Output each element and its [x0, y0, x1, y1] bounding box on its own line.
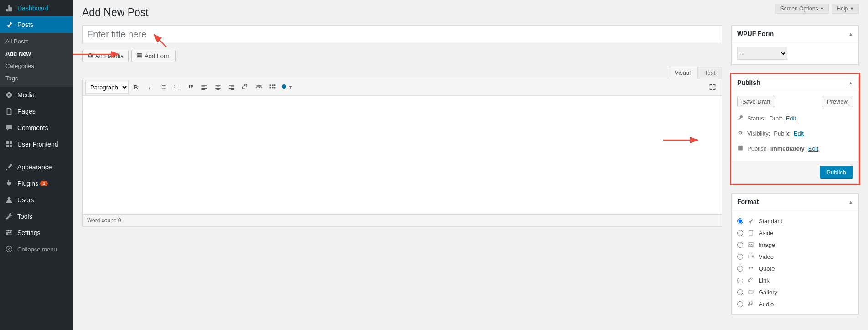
- bold-button[interactable]: B: [129, 81, 142, 94]
- postbox-title: WPUF Form: [737, 30, 774, 37]
- sidebar-item-pages[interactable]: Pages: [0, 103, 73, 120]
- blockquote-button[interactable]: [184, 81, 197, 94]
- postbox-format: Format ▲ Standard Aside: [731, 193, 859, 315]
- format-radio[interactable]: [737, 218, 743, 224]
- format-label: Aside: [759, 230, 774, 236]
- chevron-up-icon: ▲: [848, 199, 853, 204]
- format-radio[interactable]: [737, 242, 743, 248]
- submenu-categories[interactable]: Categories: [0, 60, 73, 72]
- format-label: Video: [759, 253, 774, 260]
- italic-button[interactable]: I: [143, 81, 156, 94]
- publish-time-label: Publish: [747, 145, 767, 152]
- format-radio[interactable]: [737, 301, 743, 307]
- tab-text[interactable]: Text: [698, 67, 722, 79]
- visibility-value: Public: [774, 130, 790, 137]
- pin-icon: [5, 20, 14, 29]
- sidebar-item-tools[interactable]: Tools: [0, 208, 73, 225]
- link-button[interactable]: [239, 81, 252, 94]
- format-option-image[interactable]: Image: [737, 239, 853, 251]
- brush-icon: [5, 162, 14, 172]
- postbox-header[interactable]: Format ▲: [732, 194, 858, 210]
- submenu-add-new[interactable]: Add New: [0, 47, 73, 60]
- svg-rect-4: [270, 87, 271, 88]
- collapse-menu[interactable]: Collapse menu: [0, 241, 73, 257]
- publish-time-edit-link[interactable]: Edit: [808, 145, 818, 152]
- editor-content[interactable]: [82, 96, 722, 215]
- sidebar-item-label: Dashboard: [17, 5, 49, 12]
- image-icon: [747, 241, 755, 249]
- pin-icon: [747, 217, 755, 225]
- wrench-icon: [5, 212, 14, 221]
- sidebar-item-label: Posts: [17, 21, 33, 28]
- add-media-button[interactable]: Add Media: [82, 50, 129, 62]
- svg-rect-3: [274, 84, 275, 86]
- sidebar-item-comments[interactable]: Comments: [0, 120, 73, 136]
- insert-more-button[interactable]: [253, 81, 265, 94]
- page-icon: [5, 107, 14, 116]
- format-select[interactable]: Paragraph: [85, 81, 129, 94]
- number-list-button[interactable]: [170, 81, 183, 94]
- publish-button[interactable]: Publish: [820, 166, 853, 179]
- document-icon: [747, 229, 755, 237]
- postbox-title: Publish: [737, 79, 760, 86]
- svg-rect-1: [270, 84, 271, 86]
- format-option-gallery[interactable]: Gallery: [737, 286, 853, 298]
- wpuf-form-select[interactable]: --: [737, 47, 787, 60]
- publish-time-value: immediately: [770, 145, 805, 152]
- bullet-list-button[interactable]: [157, 81, 170, 94]
- tab-visual[interactable]: Visual: [668, 67, 698, 79]
- sidebar-item-appearance[interactable]: Appearance: [0, 159, 73, 175]
- status-edit-link[interactable]: Edit: [786, 115, 796, 122]
- screen-options-button[interactable]: Screen Options ▼: [775, 4, 829, 14]
- align-right-button[interactable]: [225, 81, 238, 94]
- format-radio[interactable]: [737, 254, 743, 260]
- sidebar-item-media[interactable]: Media: [0, 87, 73, 103]
- format-option-video[interactable]: Video: [737, 251, 853, 262]
- collapse-label: Collapse menu: [17, 246, 57, 253]
- postbox-header[interactable]: Publish ▲: [732, 74, 858, 91]
- sidebar-item-posts[interactable]: Posts: [0, 16, 73, 33]
- align-center-button[interactable]: [212, 81, 224, 94]
- format-option-quote[interactable]: Quote: [737, 262, 853, 274]
- help-button[interactable]: Help ▼: [832, 4, 859, 14]
- format-radio[interactable]: [737, 230, 743, 236]
- format-radio[interactable]: [737, 266, 743, 272]
- quote-icon: [747, 264, 755, 272]
- postbox-title: Format: [737, 198, 759, 205]
- format-option-standard[interactable]: Standard: [737, 215, 853, 227]
- word-count: Word count: 0: [87, 217, 121, 224]
- submenu-all-posts[interactable]: All Posts: [0, 35, 73, 47]
- svg-rect-7: [749, 230, 753, 235]
- eye-icon: [737, 130, 744, 137]
- preview-button[interactable]: Preview: [822, 96, 853, 107]
- plugin-icon: [5, 179, 14, 188]
- sidebar-item-label: Users: [17, 196, 34, 204]
- format-radio[interactable]: [737, 278, 743, 283]
- sidebar-item-users[interactable]: Users: [0, 192, 73, 208]
- post-title-input[interactable]: [82, 25, 722, 43]
- sidebar-item-label: Appearance: [17, 163, 52, 171]
- sidebar-item-dashboard[interactable]: Dashboard: [0, 0, 73, 16]
- format-radio[interactable]: [737, 289, 743, 295]
- distraction-free-button[interactable]: ▼: [280, 81, 293, 94]
- user-frontend-icon: [5, 140, 14, 149]
- sidebar-item-settings[interactable]: Settings: [0, 225, 73, 241]
- add-form-button[interactable]: Add Form: [131, 50, 176, 62]
- toolbar-toggle-button[interactable]: [266, 81, 279, 94]
- fullscreen-button[interactable]: [706, 81, 719, 94]
- chevron-up-icon: ▲: [848, 31, 853, 37]
- submenu-tags[interactable]: Tags: [0, 72, 73, 84]
- sidebar-item-label: Comments: [17, 124, 48, 131]
- align-left-button[interactable]: [198, 81, 211, 94]
- sidebar-item-label: Plugins: [17, 180, 38, 187]
- visibility-edit-link[interactable]: Edit: [794, 130, 804, 137]
- postbox-header[interactable]: WPUF Form ▲: [732, 26, 858, 42]
- svg-rect-10: [749, 291, 752, 294]
- visibility-label: Visibility:: [747, 130, 770, 137]
- format-option-link[interactable]: Link: [737, 274, 853, 286]
- sidebar-item-user-frontend[interactable]: User Frontend: [0, 136, 73, 152]
- sidebar-item-plugins[interactable]: Plugins 2: [0, 175, 73, 192]
- format-option-aside[interactable]: Aside: [737, 227, 853, 239]
- format-option-audio[interactable]: Audio: [737, 298, 853, 310]
- save-draft-button[interactable]: Save Draft: [737, 96, 775, 107]
